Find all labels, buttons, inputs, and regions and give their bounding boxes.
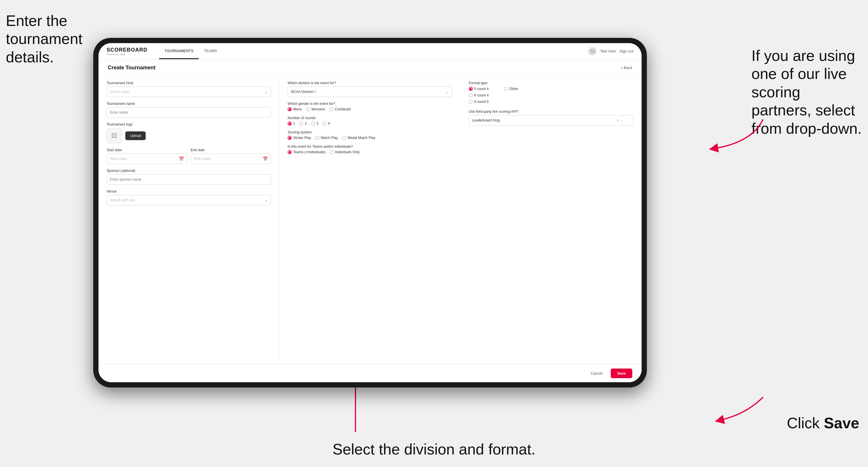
gender-radio-group: Mens Womens Combined (287, 107, 452, 111)
start-date-input[interactable]: Pick a date 📅 (106, 154, 187, 164)
signout-link[interactable]: Sign out (619, 49, 633, 53)
format-5count4[interactable]: 5 count 4 (469, 87, 489, 91)
gender-mens-label: Mens (293, 107, 302, 111)
scoring-match-label: Match Play (321, 136, 338, 140)
rounds-radio-group: 1 2 3 4 (287, 122, 452, 126)
format-type-label: Format type (469, 81, 633, 85)
end-date-label: End date (191, 148, 271, 152)
format-6count5[interactable]: 6 count 5 (469, 100, 489, 104)
teams-radio-group: Teams (+Individuals) Individuals Only (287, 150, 452, 154)
scoring-match-radio[interactable] (315, 136, 319, 140)
scoring-stroke[interactable]: Stroke Play (287, 136, 311, 140)
annotation-enter-details: Enter the tournament details. (6, 12, 105, 66)
scoring-medal[interactable]: Medal Match Play (342, 136, 375, 140)
gender-womens-radio[interactable] (306, 107, 310, 111)
image-placeholder-icon: 🖼 (111, 132, 117, 139)
user-name: Test User (600, 49, 616, 53)
division-value: NCAA Division I (291, 90, 315, 94)
format-5count4-radio[interactable] (469, 87, 473, 91)
tournament-host-input[interactable]: Search team ⌄ (106, 87, 271, 97)
form-col-2: Which division is the event for? NCAA Di… (279, 75, 460, 364)
scoring-stroke-radio[interactable] (287, 136, 292, 140)
scoring-medal-radio[interactable] (342, 136, 346, 140)
api-value: Leaderboard King (472, 118, 500, 122)
gender-womens[interactable]: Womens (306, 107, 325, 111)
format-options-right: Other (504, 87, 518, 104)
division-select[interactable]: NCAA Division I ⌄ (287, 87, 452, 97)
rounds-4[interactable]: 4 (322, 122, 330, 126)
teams-plus-radio[interactable] (287, 150, 292, 154)
gender-combined-radio[interactable] (329, 107, 333, 111)
rounds-4-radio[interactable] (322, 122, 326, 126)
sponsor-input[interactable] (106, 174, 271, 185)
rounds-3-radio[interactable] (311, 122, 315, 126)
tournament-host-placeholder: Search team (110, 90, 130, 94)
scoring-label: Scoring system (287, 130, 452, 134)
gender-combined[interactable]: Combined (329, 107, 351, 111)
tournament-name-input[interactable] (106, 107, 271, 118)
gender-mens-radio[interactable] (287, 107, 292, 111)
nav-tab-tournaments[interactable]: TOURNAMENTS (159, 43, 199, 59)
api-clear-icon[interactable]: × (617, 118, 619, 123)
sponsor-label: Sponsor (optional) (106, 169, 271, 173)
upload-button[interactable]: Upload (125, 131, 146, 140)
form-grid: Tournament Host Search team ⌄ Tournament… (98, 75, 642, 364)
teams-plus-label: Teams (+Individuals) (293, 150, 325, 154)
scoring-radio-group: Stroke Play Match Play Medal Match Play (287, 136, 452, 140)
individuals-only[interactable]: Individuals Only (330, 150, 360, 154)
annotation-click-save: Click Save (787, 414, 859, 432)
venue-input[interactable]: Search golf club ⌄ (106, 195, 271, 206)
format-options-left: 5 count 4 6 count 4 6 count 5 (469, 87, 489, 104)
format-options-container: 5 count 4 6 count 4 6 count 5 (469, 87, 633, 104)
nav-tab-teams[interactable]: TEAMS (199, 43, 222, 59)
form-title: Create Tournament (108, 65, 156, 71)
form-col-3: Format type 5 count 4 6 count 4 (461, 75, 642, 364)
annotation-save-bold: Save (824, 414, 859, 432)
format-6count5-radio[interactable] (469, 100, 473, 104)
gender-mens[interactable]: Mens (287, 107, 302, 111)
start-date-label: Start date (106, 148, 187, 152)
logo-sub: Powered by clippt (106, 53, 148, 56)
tablet-frame: SCOREBOARD Powered by clippt TOURNAMENTS… (93, 38, 647, 387)
rounds-3-label: 3 (316, 122, 318, 126)
scoring-match[interactable]: Match Play (315, 136, 338, 140)
gender-label: Which gender is the event for? (287, 102, 452, 106)
venue-label: Venue (106, 189, 271, 193)
format-other-radio[interactable] (504, 87, 508, 91)
rounds-2-radio[interactable] (299, 122, 303, 126)
rounds-1[interactable]: 1 (287, 122, 295, 126)
save-button[interactable]: Save (611, 369, 632, 378)
host-chevron-icon: ⌄ (264, 89, 268, 94)
format-6count4-radio[interactable] (469, 93, 473, 97)
venue-group: Venue Search golf club ⌄ (106, 189, 271, 206)
division-chevron-icon: ⌄ (445, 89, 449, 94)
end-date-placeholder: Pick a date (194, 157, 211, 161)
date-row: Start date Pick a date 📅 End date Pick a… (106, 148, 271, 164)
individuals-only-radio[interactable] (330, 150, 334, 154)
api-chevron-icon: ⌄ (621, 118, 624, 122)
sponsor-group: Sponsor (optional) (106, 169, 271, 185)
gender-group: Which gender is the event for? Mens Wome… (287, 102, 452, 111)
tournament-name-label: Tournament name (106, 102, 271, 106)
nav-right: TU Test User Sign out (588, 47, 633, 55)
gender-womens-label: Womens (311, 107, 325, 111)
api-select[interactable]: Leaderboard King × ⌄ (469, 115, 633, 126)
logo-text: SCOREBOARD (106, 47, 148, 53)
venue-chevron-icon: ⌄ (264, 198, 268, 203)
rounds-2[interactable]: 2 (299, 122, 307, 126)
format-6count4[interactable]: 6 count 4 (469, 93, 489, 97)
tournament-logo-group: Tournament logo 🖼 Upload (106, 122, 271, 143)
rounds-1-radio[interactable] (287, 122, 292, 126)
arrow-bottom-right (711, 391, 769, 426)
end-date-input[interactable]: Pick a date 📅 (191, 154, 271, 164)
calendar-icon-end: 📅 (263, 156, 268, 161)
cancel-button[interactable]: Cancel (586, 369, 607, 378)
teams-plus-individuals[interactable]: Teams (+Individuals) (287, 150, 325, 154)
format-other[interactable]: Other (504, 87, 518, 91)
logo-upload-row: 🖼 Upload (106, 128, 271, 143)
scoring-medal-label: Medal Match Play (348, 136, 375, 140)
rounds-3[interactable]: 3 (311, 122, 318, 126)
venue-placeholder: Search golf club (110, 198, 135, 202)
tournament-logo-label: Tournament logo (106, 122, 271, 126)
back-link[interactable]: < Back (621, 66, 632, 70)
